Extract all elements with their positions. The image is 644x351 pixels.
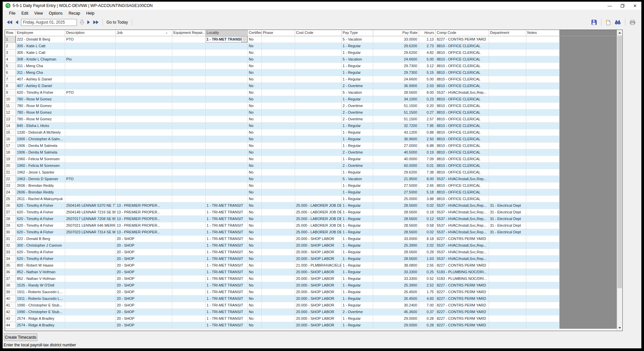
cell-description[interactable]: PTO bbox=[65, 89, 116, 96]
cell-locality[interactable] bbox=[206, 176, 248, 182]
cell-job[interactable]: 20 - SHOP bbox=[116, 262, 172, 269]
cell-department[interactable] bbox=[489, 196, 526, 202]
cell-pay_type[interactable]: 2 - Overtime bbox=[342, 116, 373, 123]
cell-cost_code[interactable] bbox=[295, 96, 342, 103]
cell-notes[interactable] bbox=[526, 256, 560, 262]
menu-recap[interactable]: Recap bbox=[66, 10, 83, 16]
cell-phase[interactable] bbox=[262, 76, 295, 83]
cell-employee[interactable]: 308 - Kristie L Chapman bbox=[16, 56, 65, 63]
go-to-today-button[interactable]: Go to Today bbox=[105, 20, 129, 25]
cell-phase[interactable] bbox=[262, 269, 295, 276]
cell-department[interactable] bbox=[489, 103, 526, 109]
cell-equipment_repair[interactable] bbox=[172, 156, 206, 163]
cell-comp_code[interactable]: 8810 - OFFICE CLERICAL bbox=[436, 163, 489, 169]
column-header-pay_type[interactable]: Pay Type bbox=[342, 30, 373, 36]
cell-comp_code[interactable]: 8810 - OFFICE CLERICAL bbox=[436, 83, 489, 89]
cell-job[interactable] bbox=[116, 69, 172, 76]
cell-pay_rate[interactable]: 34.1000 bbox=[373, 96, 419, 103]
cell-employee[interactable]: 845 - Elisha L Hicks bbox=[16, 123, 65, 129]
cell-department[interactable] bbox=[489, 276, 526, 282]
cell-hours[interactable]: 2.50 bbox=[419, 136, 436, 143]
cell-employee[interactable]: 311 - Meng Cha bbox=[16, 69, 65, 76]
cell-pay_rate[interactable]: 33.3300 bbox=[373, 276, 419, 282]
cell-department[interactable]: 31 - Electrical Dept bbox=[489, 222, 526, 229]
cell-certified[interactable]: No bbox=[248, 242, 262, 249]
cell-employee[interactable]: 1525 - Randy W O'Dell bbox=[16, 282, 65, 289]
cell-hours[interactable]: 7.00 bbox=[419, 302, 436, 309]
cell-employee[interactable]: 305 - Katie L Catt bbox=[16, 50, 65, 56]
cell-phase[interactable] bbox=[262, 315, 295, 322]
cell-job[interactable] bbox=[116, 76, 172, 83]
cell-employee[interactable]: 2611 - Rachel A Maksymyuk bbox=[16, 196, 65, 202]
cell-comp_code[interactable]: 5183 - PLUMBING NOC/DRI... bbox=[436, 269, 489, 276]
cell-notes[interactable] bbox=[526, 249, 560, 256]
cell-phase[interactable] bbox=[262, 222, 295, 229]
column-header-row[interactable]: Row bbox=[5, 30, 16, 36]
cell-department[interactable]: 31 - Electrical Dept bbox=[489, 229, 526, 236]
cell-department[interactable] bbox=[489, 242, 526, 249]
cell-pay_type[interactable]: 1 - Regular bbox=[342, 315, 373, 322]
cell-employee[interactable]: 620 - Timothy A Fisher bbox=[16, 249, 65, 256]
cell-hours[interactable]: 0.23 bbox=[419, 96, 436, 103]
next-day-button[interactable] bbox=[86, 19, 92, 25]
cell-equipment_repair[interactable] bbox=[172, 189, 206, 196]
cell-hours[interactable]: 0.28 bbox=[419, 322, 436, 329]
cell-department[interactable] bbox=[489, 96, 526, 103]
cell-department[interactable] bbox=[489, 156, 526, 163]
cell-equipment_repair[interactable] bbox=[172, 236, 206, 242]
cell-phase[interactable] bbox=[262, 83, 295, 89]
cell-locality[interactable] bbox=[206, 43, 248, 50]
cell-equipment_repair[interactable] bbox=[172, 163, 206, 169]
cell-pay_rate[interactable]: 45.3600 bbox=[373, 309, 419, 315]
cell-pay_type[interactable]: 1 - Regular bbox=[342, 63, 373, 69]
cell-job[interactable] bbox=[116, 156, 172, 163]
cell-comp_code[interactable]: 5537 - HVAC/Install,Svc,Rep... bbox=[436, 229, 489, 236]
cell-locality[interactable]: 1 - TRI-MET TRANSIT bbox=[206, 229, 248, 236]
cell-job[interactable]: 20 - SHOP bbox=[116, 276, 172, 282]
cell-pay_rate[interactable]: 51.1500 bbox=[373, 109, 419, 116]
cell-locality[interactable]: 1 - TRI-MET TRANSIT bbox=[206, 315, 248, 322]
cell-employee[interactable]: 1911 - Roberto Saucedo L... bbox=[16, 289, 65, 295]
cell-pay_type[interactable]: 1 - Regular bbox=[342, 156, 373, 163]
cell-certified[interactable]: No bbox=[248, 89, 262, 96]
cell-description[interactable] bbox=[65, 236, 116, 242]
cell-certified[interactable]: No bbox=[248, 249, 262, 256]
cell-certified[interactable]: No bbox=[248, 289, 262, 295]
cell-notes[interactable] bbox=[526, 96, 560, 103]
cell-cost_code[interactable] bbox=[295, 123, 342, 129]
cell-employee[interactable]: 1330 - Deborah A McNeely bbox=[16, 129, 65, 136]
cell-description[interactable] bbox=[65, 189, 116, 196]
cell-pay_rate[interactable]: 28.5600 bbox=[373, 202, 419, 209]
cell-description[interactable]: PTO bbox=[65, 36, 116, 43]
cell-notes[interactable] bbox=[526, 50, 560, 56]
cell-comp_code[interactable]: 8810 - OFFICE CLERICAL bbox=[436, 103, 489, 109]
column-header-employee[interactable]: Employee bbox=[16, 30, 65, 36]
cell-notes[interactable] bbox=[526, 269, 560, 276]
cell-department[interactable] bbox=[489, 315, 526, 322]
cell-department[interactable] bbox=[489, 302, 526, 309]
cell-department[interactable] bbox=[489, 256, 526, 262]
cell-cost_code[interactable] bbox=[295, 63, 342, 69]
cell-notes[interactable] bbox=[526, 36, 560, 43]
cell-description[interactable] bbox=[65, 276, 116, 282]
cell-pay_rate[interactable]: 28.5600 bbox=[373, 209, 419, 216]
cell-pay_type[interactable]: 2 - Overtime bbox=[342, 149, 373, 156]
cell-notes[interactable] bbox=[526, 295, 560, 302]
cell-job[interactable]: 20 - SHOP bbox=[116, 242, 172, 249]
cell-locality[interactable]: 1 - TRI-MET TRANSIT bbox=[206, 295, 248, 302]
cell-equipment_repair[interactable] bbox=[172, 143, 206, 149]
cell-comp_code[interactable]: 8227 - CONTRS PERM YARD bbox=[436, 262, 489, 269]
previous-day-button[interactable] bbox=[14, 19, 20, 25]
cell-certified[interactable]: No bbox=[248, 309, 262, 315]
cell-employee[interactable]: 1900 - Christopher A Salm... bbox=[16, 136, 65, 143]
cell-employee[interactable]: 1906 - Denita M Salmela bbox=[16, 149, 65, 156]
cell-pay_type[interactable]: 1 - Regular bbox=[342, 222, 373, 229]
cell-department[interactable] bbox=[489, 63, 526, 69]
cell-department[interactable] bbox=[489, 282, 526, 289]
cell-phase[interactable] bbox=[262, 289, 295, 295]
cell-job[interactable] bbox=[116, 116, 172, 123]
cell-employee[interactable]: 780 - Rose M Gomez bbox=[16, 116, 65, 123]
cell-phase[interactable] bbox=[262, 89, 295, 96]
cell-notes[interactable] bbox=[526, 56, 560, 63]
cell-description[interactable] bbox=[65, 322, 116, 329]
